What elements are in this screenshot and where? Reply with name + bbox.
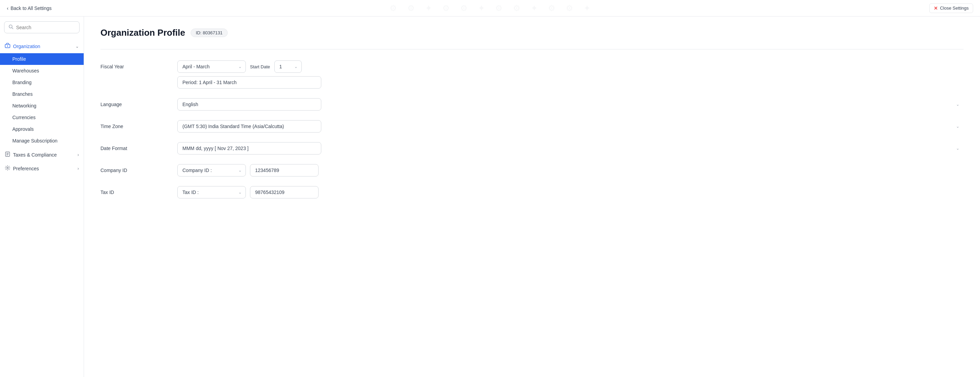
company-id-type-select[interactable]: Company ID : VAT Number : EIN : xyxy=(177,164,246,176)
company-id-row: Company ID Company ID : VAT Number : EIN… xyxy=(100,164,964,176)
svg-point-3 xyxy=(7,46,8,47)
sidebar-item-branding[interactable]: Branding xyxy=(0,77,84,88)
tax-id-row: Tax ID Tax ID : GST : HST : ⌄ xyxy=(100,186,964,198)
sidebar-item-approvals-label: Approvals xyxy=(12,126,33,132)
date-format-controls: MMM dd, yyyy [ Nov 27, 2023 ] dd/MM/yyyy… xyxy=(177,142,964,155)
header-divider xyxy=(100,49,964,50)
company-id-inline: Company ID : VAT Number : EIN : ⌄ xyxy=(177,164,964,176)
language-select-wrapper: English Hindi French Spanish ⌄ xyxy=(177,98,964,110)
sidebar: Organization ⌄ Profile Warehouses Brandi… xyxy=(0,16,84,377)
company-id-label: Company ID xyxy=(100,164,169,173)
sidebar-item-profile-label: Profile xyxy=(12,56,26,62)
sidebar-item-currencies[interactable]: Currencies xyxy=(0,112,84,123)
fiscal-year-select-wrapper: April - March January - December July - … xyxy=(177,61,246,73)
taxes-group-label: Taxes & Compliance xyxy=(13,152,57,158)
timezone-row: Time Zone (GMT 5:30) India Standard Time… xyxy=(100,120,964,133)
main-layout: Organization ⌄ Profile Warehouses Brandi… xyxy=(0,16,980,377)
preferences-group-label: Preferences xyxy=(13,166,39,171)
sidebar-item-branches[interactable]: Branches xyxy=(0,88,84,100)
date-format-chevron-icon: ⌄ xyxy=(956,146,959,151)
date-format-row: Date Format MMM dd, yyyy [ Nov 27, 2023 … xyxy=(100,142,964,155)
timezone-label: Time Zone xyxy=(100,120,169,129)
close-settings-label: Close Settings xyxy=(940,5,969,11)
preferences-icon xyxy=(5,165,10,172)
tax-id-type-wrapper: Tax ID : GST : HST : ⌄ xyxy=(177,186,246,198)
tax-id-inline: Tax ID : GST : HST : ⌄ xyxy=(177,186,964,198)
fiscal-year-controls: April - March January - December July - … xyxy=(177,61,964,89)
close-settings-button[interactable]: ✕ Close Settings xyxy=(929,3,973,13)
org-id-badge: ID: 80367131 xyxy=(191,29,228,37)
organization-group-header[interactable]: Organization ⌄ xyxy=(0,40,84,53)
preferences-chevron-icon: › xyxy=(78,166,79,171)
back-to-settings-link[interactable]: ‹ Back to All Settings xyxy=(7,5,52,11)
language-controls: English Hindi French Spanish ⌄ xyxy=(177,98,964,110)
tax-id-controls: Tax ID : GST : HST : ⌄ xyxy=(177,186,964,198)
search-input[interactable] xyxy=(16,25,75,30)
company-id-controls: Company ID : VAT Number : EIN : ⌄ xyxy=(177,164,964,176)
timezone-chevron-icon: ⌄ xyxy=(956,124,959,129)
start-date-select[interactable]: 1 2 3 xyxy=(274,61,302,73)
close-x-icon: ✕ xyxy=(934,5,938,11)
company-id-input[interactable] xyxy=(250,164,318,176)
language-label: Language xyxy=(100,98,169,107)
start-date-label: Start Date xyxy=(250,64,270,69)
fiscal-year-row: Fiscal Year April - March January - Dece… xyxy=(100,61,964,89)
sidebar-item-approvals[interactable]: Approvals xyxy=(0,123,84,135)
date-format-select-wrapper: MMM dd, yyyy [ Nov 27, 2023 ] dd/MM/yyyy… xyxy=(177,142,964,155)
content-area: Organization Profile ID: 80367131 Fiscal… xyxy=(84,16,980,377)
org-group-label: Organization xyxy=(13,44,40,49)
taxes-icon xyxy=(5,152,10,158)
sidebar-item-warehouses[interactable]: Warehouses xyxy=(0,65,84,77)
date-format-label: Date Format xyxy=(100,142,169,151)
sidebar-item-warehouses-label: Warehouses xyxy=(12,68,39,73)
sidebar-item-networking-label: Networking xyxy=(12,103,37,109)
period-display: Period: 1 April - 31 March xyxy=(177,76,321,89)
taxes-group[interactable]: Taxes & Compliance › xyxy=(0,148,84,162)
timezone-select[interactable]: (GMT 5:30) India Standard Time (Asia/Cal… xyxy=(177,120,321,133)
language-row: Language English Hindi French Spanish ⌄ xyxy=(100,98,964,110)
fiscal-year-inline: April - March January - December July - … xyxy=(177,61,964,73)
sidebar-item-branches-label: Branches xyxy=(12,91,33,97)
search-icon xyxy=(9,24,13,30)
sidebar-item-branding-label: Branding xyxy=(12,80,32,85)
fiscal-year-label: Fiscal Year xyxy=(100,61,169,69)
language-select[interactable]: English Hindi French Spanish xyxy=(177,98,321,110)
sidebar-item-manage-subscription[interactable]: Manage Subscription xyxy=(0,135,84,147)
sidebar-item-profile[interactable]: Profile xyxy=(0,53,84,65)
language-chevron-icon: ⌄ xyxy=(956,102,959,107)
tax-id-input[interactable] xyxy=(250,186,318,198)
timezone-controls: (GMT 5:30) India Standard Time (Asia/Cal… xyxy=(177,120,964,133)
org-section: Organization ⌄ Profile Warehouses Brandi… xyxy=(0,38,84,148)
preferences-group[interactable]: Preferences › xyxy=(0,162,84,176)
top-bar: ‹ Back to All Settings ⚙ ⚙ ✦ ⚙ ⚙ ✦ ⚙ ⚙ ✦… xyxy=(0,0,980,16)
sidebar-item-networking[interactable]: Networking xyxy=(0,100,84,112)
sidebar-item-currencies-label: Currencies xyxy=(12,115,36,120)
sidebar-item-manage-subscription-label: Manage Subscription xyxy=(12,138,57,144)
bg-decorations: ⚙ ⚙ ✦ ⚙ ⚙ ✦ ⚙ ⚙ ✦ ⚙ ⚙ ✦ xyxy=(390,3,590,13)
fiscal-year-select[interactable]: April - March January - December July - … xyxy=(177,61,246,73)
tax-id-type-select[interactable]: Tax ID : GST : HST : xyxy=(177,186,246,198)
tax-id-label: Tax ID xyxy=(100,186,169,195)
org-chevron-icon: ⌄ xyxy=(75,44,79,49)
start-date-select-wrapper: 1 2 3 ⌄ xyxy=(274,61,302,73)
company-id-type-wrapper: Company ID : VAT Number : EIN : ⌄ xyxy=(177,164,246,176)
svg-point-8 xyxy=(7,167,8,169)
back-label: Back to All Settings xyxy=(11,5,52,11)
taxes-chevron-icon: › xyxy=(78,152,79,157)
page-title: Organization Profile xyxy=(100,27,185,38)
org-icon xyxy=(5,43,10,50)
date-format-select[interactable]: MMM dd, yyyy [ Nov 27, 2023 ] dd/MM/yyyy… xyxy=(177,142,321,155)
page-header: Organization Profile ID: 80367131 xyxy=(100,27,964,38)
svg-line-1 xyxy=(12,28,13,29)
search-box[interactable] xyxy=(4,21,80,33)
back-chevron-icon: ‹ xyxy=(7,5,9,11)
timezone-select-wrapper: (GMT 5:30) India Standard Time (Asia/Cal… xyxy=(177,120,964,133)
